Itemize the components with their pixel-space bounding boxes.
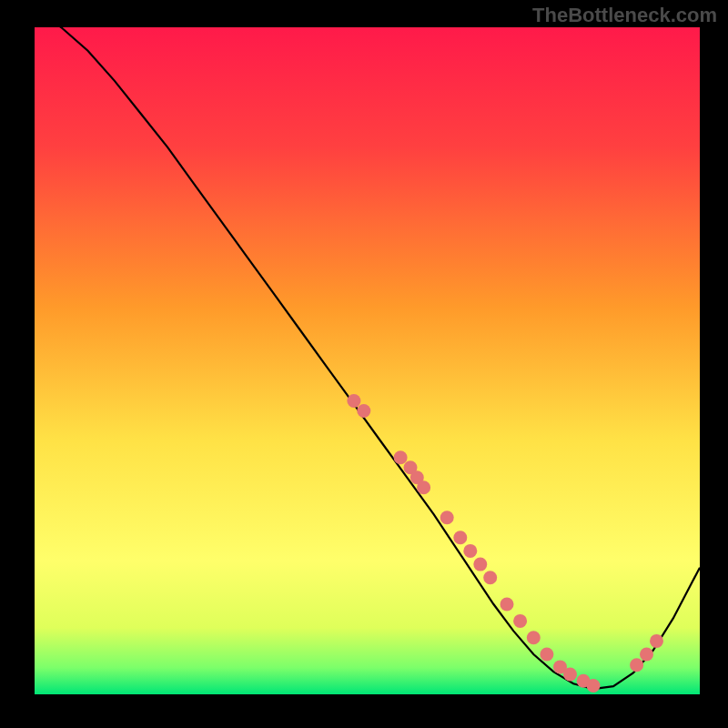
bottleneck-chart <box>0 0 728 728</box>
data-point <box>357 404 370 418</box>
data-point <box>587 679 601 693</box>
data-point <box>347 394 360 408</box>
data-point <box>630 658 643 672</box>
data-point <box>394 450 408 464</box>
plot-background <box>35 27 700 694</box>
data-point <box>640 648 653 662</box>
data-point <box>417 480 430 494</box>
data-point <box>463 544 477 558</box>
watermark-text: TheBottleneck.com <box>532 4 717 27</box>
data-point <box>500 598 514 612</box>
data-point <box>650 634 663 648</box>
data-point <box>563 668 577 682</box>
data-point <box>453 531 467 544</box>
chart-container: TheBottleneck.com <box>0 0 728 728</box>
data-point <box>513 614 527 628</box>
data-point <box>473 558 487 571</box>
data-point <box>540 648 553 662</box>
data-point <box>527 631 541 644</box>
data-point <box>483 571 497 584</box>
data-point <box>440 511 454 524</box>
